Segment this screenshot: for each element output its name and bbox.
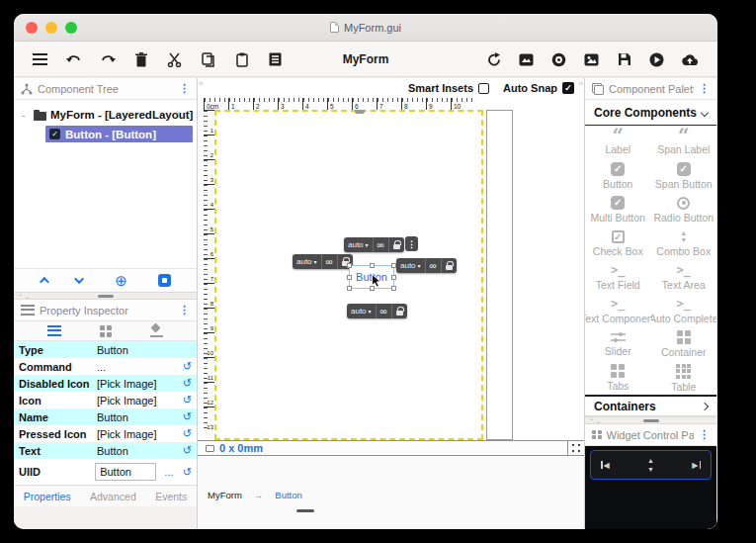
resize-handle[interactable] <box>370 263 375 268</box>
uiid-input[interactable] <box>95 463 156 481</box>
breadcrumb-form[interactable]: MyForm <box>208 490 242 500</box>
constraint-auto-dropdown[interactable]: auto▾ <box>396 258 426 273</box>
palette-item-check-box[interactable]: ✓Check Box <box>585 226 651 260</box>
select-target-button[interactable] <box>158 274 171 287</box>
palette-item-text-area[interactable]: >_Text Area <box>651 260 717 294</box>
record-icon[interactable] <box>550 51 567 68</box>
constraint-lock-button[interactable] <box>389 237 404 252</box>
breadcrumb-component[interactable]: Button <box>275 490 301 500</box>
property-row-name[interactable]: Name Button ↺ <box>14 408 197 425</box>
palette-item-tabs[interactable]: Tabs <box>585 361 651 395</box>
tree-item-myform[interactable]: - MyForm - [LayeredLayout] <box>14 106 197 124</box>
resize-handle[interactable] <box>347 286 352 291</box>
section-containers[interactable]: Containers <box>585 395 716 416</box>
constraint-more-button[interactable]: ⋮ <box>405 236 418 251</box>
property-row-text[interactable]: Text Button ↺ <box>14 442 197 459</box>
palette-item-label[interactable]: “Label <box>585 126 651 159</box>
save-icon[interactable] <box>616 51 632 68</box>
constraint-auto-dropdown[interactable]: auto▾ <box>344 237 374 252</box>
tab-properties[interactable]: Properties <box>24 491 71 502</box>
lock-icon <box>446 265 453 270</box>
canvas-button-widget[interactable]: Button <box>349 265 394 289</box>
reset-property-icon[interactable]: ↺ <box>179 427 192 440</box>
resize-handle[interactable] <box>391 275 396 280</box>
panel-splitter[interactable]: ⌃⌄ <box>585 416 716 424</box>
move-down-button[interactable] <box>74 274 84 284</box>
constraint-auto-dropdown[interactable]: auto▾ <box>293 254 322 269</box>
reset-property-icon[interactable]: ↺ <box>179 466 192 479</box>
inspector-menu-icon[interactable]: ⋮ <box>179 304 190 317</box>
constraint-infinity-button[interactable]: ∞ <box>426 258 442 273</box>
palette-item-multi-button[interactable]: ✓Multi Button <box>585 193 651 226</box>
fullscreen-button[interactable] <box>567 440 584 456</box>
add-component-button[interactable]: ⊕ <box>115 273 127 288</box>
property-row-icon[interactable]: Icon [Pick Image] ↺ <box>14 392 197 408</box>
palette-item-combo-box[interactable]: ▲▼Combo Box <box>651 226 717 260</box>
screenshot-icon[interactable] <box>518 51 535 68</box>
image-icon[interactable] <box>583 51 600 68</box>
panel-splitter[interactable]: ⌃⌄ <box>14 292 197 300</box>
collapse-icon[interactable]: - <box>22 110 30 121</box>
resize-handle[interactable] <box>391 263 396 268</box>
section-core-components[interactable]: Core Components <box>585 100 716 126</box>
canvas-handle[interactable] <box>355 110 365 114</box>
reset-property-icon[interactable]: ↺ <box>179 394 192 407</box>
reset-property-icon[interactable]: ↺ <box>179 360 192 373</box>
splitter-collapse-icon[interactable]: ‹› <box>578 80 583 87</box>
resize-handle[interactable] <box>347 275 352 280</box>
minimize-window-button[interactable] <box>45 22 57 34</box>
tree-menu-icon[interactable]: ⋮ <box>179 82 190 95</box>
skip-back-icon[interactable]: ◀ <box>601 461 610 470</box>
reset-property-icon[interactable]: ↺ <box>179 410 192 423</box>
property-row-disabled-icon[interactable]: Disabled Icon [Pick Image] ↺ <box>14 375 197 392</box>
palette-item-container[interactable]: Container <box>651 327 717 361</box>
constraint-infinity-button[interactable]: ∞ <box>322 254 338 269</box>
grid-view-icon[interactable] <box>100 325 112 337</box>
palette-item-text-component[interactable]: >_Text Component <box>585 294 651 327</box>
smart-insets-checkbox[interactable] <box>478 83 489 94</box>
tree-item-button[interactable]: ✓ Button - [Button] <box>45 126 193 142</box>
refresh-icon[interactable] <box>485 51 502 68</box>
auto-snap-option[interactable]: Auto Snap ✓ <box>503 82 574 94</box>
smart-insets-option[interactable]: Smart Insets <box>408 82 489 94</box>
reset-property-icon[interactable]: ↺ <box>179 444 192 457</box>
palette-item-button[interactable]: ✓Button <box>585 159 651 193</box>
resize-handle[interactable] <box>391 286 396 291</box>
palette-item-span-label[interactable]: “Span Label <box>651 126 717 159</box>
palette-item-auto-complete[interactable]: >_Auto Complete <box>651 294 717 327</box>
constraint-lock-button[interactable] <box>392 304 407 318</box>
skip-forward-icon[interactable]: ▶ <box>692 461 701 470</box>
constraint-lock-button[interactable] <box>442 258 457 273</box>
splitter-collapse-icon[interactable]: ‹› <box>199 80 204 87</box>
form-canvas[interactable]: auto▾ ∞ ⋮ auto▾ ∞ auto▾ ∞ auto▾ ∞ <box>214 110 483 440</box>
up-icon[interactable]: ▲ <box>647 458 654 464</box>
zoom-window-button[interactable] <box>65 22 77 34</box>
palette-item-table[interactable]: Table <box>651 361 717 395</box>
palette-item-span-button[interactable]: ✓Span Button <box>651 159 717 193</box>
resize-handle[interactable] <box>347 263 352 268</box>
tab-advanced[interactable]: Advanced <box>90 491 136 502</box>
constraint-auto-dropdown[interactable]: auto▾ <box>347 304 377 318</box>
scrollbar-thumb[interactable] <box>296 509 314 512</box>
palette-item-text-field[interactable]: >_Text Field <box>585 260 651 294</box>
play-icon[interactable] <box>648 51 665 68</box>
cloud-upload-icon[interactable] <box>681 51 698 68</box>
constraint-infinity-button[interactable]: ∞ <box>374 237 389 252</box>
list-view-icon[interactable] <box>47 325 61 336</box>
tab-events[interactable]: Events <box>155 491 187 502</box>
widget-menu-icon[interactable]: ⋮ <box>699 428 710 441</box>
close-window-button[interactable] <box>26 22 38 34</box>
constraint-infinity-button[interactable]: ∞ <box>377 304 392 318</box>
property-row-type[interactable]: Type Button <box>14 341 197 358</box>
down-icon[interactable]: ▼ <box>647 467 654 473</box>
palette-menu-icon[interactable]: ⋮ <box>699 82 710 95</box>
reset-property-icon[interactable]: ↺ <box>179 377 192 390</box>
property-row-command[interactable]: Command ... ↺ <box>14 358 197 375</box>
property-row-pressed-icon[interactable]: Pressed Icon [Pick Image] ↺ <box>14 425 197 442</box>
auto-snap-checkbox[interactable]: ✓ <box>562 82 574 94</box>
style-view-icon[interactable] <box>150 324 163 337</box>
uiid-more-button[interactable]: ... <box>164 466 173 478</box>
palette-item-slider[interactable]: Slider <box>585 327 651 361</box>
palette-item-radio-button[interactable]: Radio Button <box>651 193 717 226</box>
move-up-button[interactable] <box>40 277 49 287</box>
